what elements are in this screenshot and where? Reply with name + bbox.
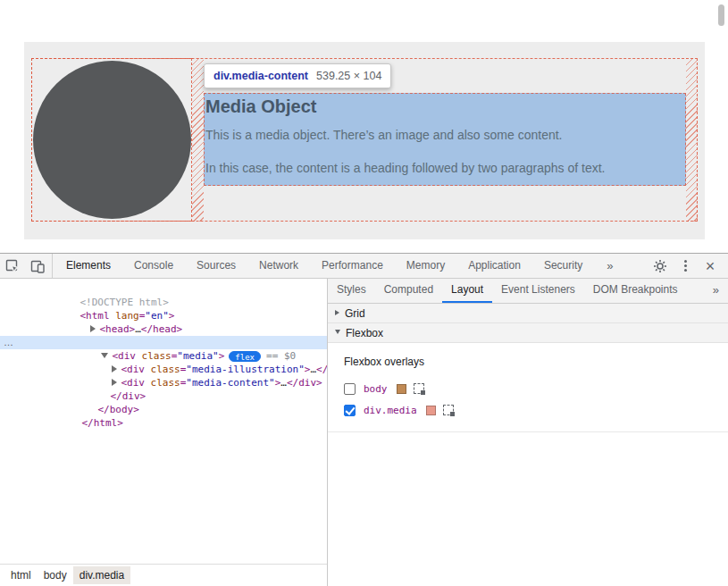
close-x-glyph: × bbox=[706, 258, 715, 274]
grid-section-label: Grid bbox=[345, 307, 365, 320]
elements-sidebar: Styles Computed Layout Event Listeners D… bbox=[328, 279, 728, 586]
breadcrumb: html body div.media bbox=[0, 564, 327, 586]
page-scrollbar-thumb[interactable] bbox=[718, 4, 724, 26]
devtools-body: <!DOCTYPE html> <html lang="en"> <head>…… bbox=[0, 279, 728, 586]
flexbox-overlays-title: Flexbox overlays bbox=[344, 356, 728, 368]
tab-event-listeners[interactable]: Event Listeners bbox=[492, 279, 584, 303]
devtools-toolbar: Elements Console Sources Network Perform… bbox=[0, 254, 728, 279]
div-media-overlay-color-swatch[interactable] bbox=[426, 406, 436, 415]
overlay-row-body: body bbox=[344, 378, 728, 399]
node-options-ellipsis-icon[interactable]: … bbox=[4, 336, 13, 349]
dom-node-div-media-selected[interactable]: …<div class="media">flex== $0 bbox=[0, 336, 327, 349]
body-overlay-area-icon bbox=[414, 383, 424, 394]
dom-tree: <!DOCTYPE html> <html lang="en"> <head>…… bbox=[0, 279, 327, 564]
tab-memory[interactable]: Memory bbox=[395, 254, 456, 278]
dom-node-head[interactable]: <head>…</head> bbox=[0, 309, 327, 322]
inspect-tooltip: div.media-content 539.25 × 104 bbox=[204, 63, 391, 88]
kebab-menu-icon[interactable] bbox=[673, 254, 698, 278]
sidebar-empty-area bbox=[328, 432, 728, 586]
device-toolbar-glyph bbox=[29, 258, 46, 274]
inspect-element-glyph bbox=[4, 258, 21, 274]
tab-layout[interactable]: Layout bbox=[442, 279, 492, 303]
grid-section-header[interactable]: Grid bbox=[328, 304, 728, 323]
tab-network[interactable]: Network bbox=[247, 254, 310, 278]
tooltip-element-name: div.media-content bbox=[213, 70, 308, 82]
flexbox-section-header[interactable]: Flexbox bbox=[328, 323, 728, 343]
breadcrumb-html[interactable]: html bbox=[4, 566, 38, 584]
dom-node-div-media-illustration[interactable]: <div class="media-illustration">…</div> bbox=[0, 349, 327, 363]
breadcrumb-div-media[interactable]: div.media bbox=[73, 566, 130, 584]
dom-node-body-close[interactable]: </body> bbox=[0, 389, 327, 403]
body-overlay-color-swatch[interactable] bbox=[397, 384, 406, 394]
toolbar-right-controls: × bbox=[648, 254, 728, 278]
dom-node-html-open[interactable]: <html lang="en"> bbox=[0, 296, 327, 309]
more-panels-button[interactable]: » bbox=[599, 254, 620, 278]
close-devtools-icon[interactable]: × bbox=[698, 254, 723, 278]
media-heading: Media Object bbox=[205, 95, 685, 118]
dom-node-body-open[interactable]: <body translate="no">flex bbox=[0, 322, 327, 336]
flexbox-section-label: Flexbox bbox=[346, 327, 383, 339]
tab-styles[interactable]: Styles bbox=[328, 279, 375, 303]
tab-console[interactable]: Console bbox=[122, 254, 185, 278]
dom-node-div-close[interactable]: </div> bbox=[0, 376, 327, 389]
div-media-overlay-area-icon bbox=[443, 405, 454, 415]
media-illustration-circle bbox=[33, 61, 191, 219]
device-toolbar-icon[interactable] bbox=[25, 254, 50, 278]
breadcrumb-body[interactable]: body bbox=[38, 566, 73, 584]
media-paragraph-2: In this case, the content is a heading f… bbox=[205, 160, 685, 176]
sidebar-tabs: Styles Computed Layout Event Listeners D… bbox=[328, 279, 728, 304]
dom-node-doctype[interactable]: <!DOCTYPE html> bbox=[0, 282, 327, 296]
inspected-page: Media Object This is a media object. The… bbox=[0, 0, 728, 254]
tab-dom-breakpoints[interactable]: DOM Breakpoints bbox=[584, 279, 687, 303]
media-illustration-overlay bbox=[31, 58, 192, 222]
tab-performance[interactable]: Performance bbox=[310, 254, 395, 278]
flex-gap-hatch bbox=[192, 58, 204, 222]
devtools-panel: Elements Console Sources Network Perform… bbox=[0, 254, 728, 586]
dom-node-div-media-content[interactable]: <div class="media-content">…</div> bbox=[0, 363, 327, 376]
screen: Media Object This is a media object. The… bbox=[0, 0, 728, 586]
devtools-panel-tabs: Elements Console Sources Network Perform… bbox=[54, 254, 620, 278]
tab-application[interactable]: Application bbox=[456, 254, 532, 278]
vertical-dots-glyph bbox=[683, 260, 687, 272]
media-paragraph-1: This is a media object. There’s an image… bbox=[205, 127, 685, 143]
collapse-arrow-icon bbox=[335, 330, 340, 334]
toolbar-separator bbox=[52, 254, 53, 278]
tab-elements[interactable]: Elements bbox=[54, 254, 122, 278]
inspect-element-icon[interactable] bbox=[0, 254, 25, 278]
tooltip-dimensions: 539.25 × 104 bbox=[316, 70, 381, 82]
expand-arrow-icon bbox=[335, 310, 339, 315]
overlay-row-div-media: div.media bbox=[344, 399, 728, 421]
div-media-overlay-label[interactable]: div.media bbox=[364, 405, 417, 416]
flex-free-space-hatch bbox=[686, 58, 698, 222]
more-sidebar-tabs-button[interactable]: » bbox=[704, 279, 728, 303]
tab-sources[interactable]: Sources bbox=[185, 254, 247, 278]
flexbox-overlays-pane: Flexbox overlays body div.media bbox=[328, 343, 728, 432]
body-overlay-label[interactable]: body bbox=[364, 383, 388, 395]
settings-gear-icon[interactable] bbox=[648, 254, 673, 278]
gear-glyph bbox=[653, 259, 667, 273]
media-content-highlight: Media Object This is a media object. The… bbox=[204, 93, 686, 186]
tab-security[interactable]: Security bbox=[532, 254, 594, 278]
closing-tag-token: </html> bbox=[81, 417, 122, 429]
tab-computed[interactable]: Computed bbox=[375, 279, 442, 303]
body-overlay-checkbox[interactable] bbox=[344, 383, 356, 395]
dom-node-html-close[interactable]: </html> bbox=[0, 403, 327, 416]
elements-tree-pane: <!DOCTYPE html> <html lang="en"> <head>…… bbox=[0, 279, 328, 586]
div-media-overlay-checkbox[interactable] bbox=[344, 405, 356, 416]
